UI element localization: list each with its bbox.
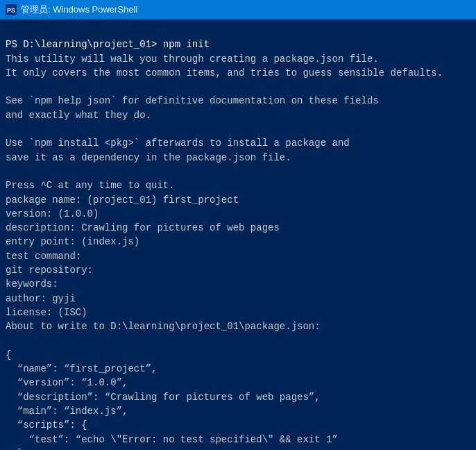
terminal-line: save it as a dependency in the package.j… xyxy=(6,151,470,165)
terminal-line: This utility will walk you through creat… xyxy=(6,52,470,66)
terminal[interactable]: PS D:\learning\project_01> npm initThis … xyxy=(0,19,476,450)
terminal-line: license: (ISC) xyxy=(6,306,470,319)
terminal-line: About to write to D:\learning\project_01… xyxy=(6,319,470,333)
terminal-line: “version”: “1.0.0”, xyxy=(6,376,470,390)
terminal-line: description: Crawling for pictures of we… xyxy=(6,221,470,235)
terminal-line xyxy=(6,80,470,94)
svg-text:PS: PS xyxy=(7,7,15,14)
title-bar: PS 管理员: Windows PowerShell xyxy=(0,0,476,19)
terminal-line xyxy=(6,122,470,136)
terminal-line xyxy=(6,165,470,178)
terminal-line: version: (1.0.0) xyxy=(6,207,470,221)
terminal-line: }, xyxy=(6,447,470,450)
terminal-line: PS D:\learning\project_01> npm init xyxy=(6,38,470,51)
terminal-line: “main”: “index.js”, xyxy=(6,404,470,418)
terminal-line: Press ^C at any time to quit. xyxy=(6,178,470,192)
terminal-line: git repository: xyxy=(6,263,470,277)
terminal-line: and exactly what they do. xyxy=(6,108,470,122)
terminal-line: package name: (project_01) first_project xyxy=(6,193,470,207)
title-bar-text: 管理员: Windows PowerShell xyxy=(21,3,137,16)
terminal-line: test command: xyxy=(6,249,470,263)
terminal-line: “test”: “echo \"Error: no test specified… xyxy=(6,433,470,447)
terminal-line: “description”: “Crawling for pictures of… xyxy=(6,390,470,404)
terminal-line: “name”: “first_project”, xyxy=(6,362,470,376)
terminal-line xyxy=(6,334,470,348)
terminal-line: author: gyji xyxy=(6,292,470,306)
terminal-line: “scripts”: { xyxy=(6,418,470,432)
terminal-line: See `npm help json` for definitive docum… xyxy=(6,94,470,108)
terminal-line: entry point: (index.js) xyxy=(6,235,470,249)
terminal-line: It only covers the most common items, an… xyxy=(6,66,470,80)
title-bar-icon: PS xyxy=(6,4,17,15)
terminal-line: { xyxy=(6,348,470,362)
terminal-line: keywords: xyxy=(6,277,470,291)
terminal-line: Use `npm install <pkg>` afterwards to in… xyxy=(6,136,470,150)
